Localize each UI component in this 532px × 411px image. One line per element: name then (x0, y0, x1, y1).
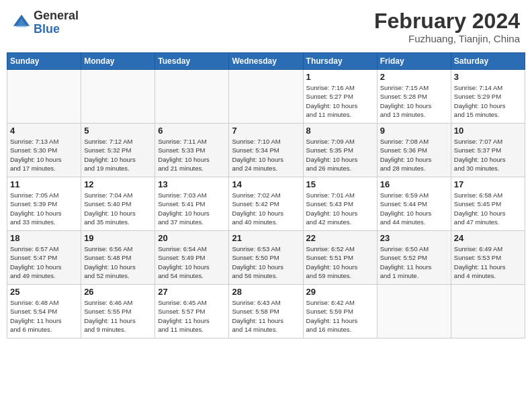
day-number: 21 (232, 233, 300, 243)
calendar-cell: 4Sunrise: 7:13 AM Sunset: 5:30 PM Daylig… (7, 124, 81, 177)
calendar-cell: 21Sunrise: 6:53 AM Sunset: 5:50 PM Dayli… (229, 231, 303, 285)
calendar-cell: 15Sunrise: 7:01 AM Sunset: 5:43 PM Dayli… (303, 177, 377, 231)
calendar-cell: 26Sunrise: 6:46 AM Sunset: 5:55 PM Dayli… (81, 285, 155, 338)
column-header-sunday: Sunday (7, 53, 81, 70)
calendar-table: SundayMondayTuesdayWednesdayThursdayFrid… (7, 52, 525, 338)
day-number: 8 (306, 126, 374, 136)
calendar-cell: 22Sunrise: 6:52 AM Sunset: 5:51 PM Dayli… (303, 231, 377, 285)
day-info: Sunrise: 7:01 AM Sunset: 5:43 PM Dayligh… (306, 191, 374, 226)
column-header-tuesday: Tuesday (155, 53, 229, 70)
calendar-cell: 11Sunrise: 7:05 AM Sunset: 5:39 PM Dayli… (7, 177, 81, 231)
calendar-cell: 24Sunrise: 6:49 AM Sunset: 5:53 PM Dayli… (451, 231, 525, 285)
day-info: Sunrise: 7:14 AM Sunset: 5:29 PM Dayligh… (454, 83, 522, 119)
day-number: 18 (10, 233, 78, 243)
calendar-cell: 9Sunrise: 7:08 AM Sunset: 5:36 PM Daylig… (377, 124, 451, 177)
calendar-cell: 17Sunrise: 6:58 AM Sunset: 5:45 PM Dayli… (451, 177, 525, 231)
calendar-cell: 10Sunrise: 7:07 AM Sunset: 5:37 PM Dayli… (451, 124, 525, 177)
day-number: 15 (306, 179, 374, 189)
day-info: Sunrise: 6:42 AM Sunset: 5:59 PM Dayligh… (306, 298, 374, 334)
day-info: Sunrise: 7:05 AM Sunset: 5:39 PM Dayligh… (10, 191, 78, 226)
day-info: Sunrise: 6:57 AM Sunset: 5:47 PM Dayligh… (10, 244, 78, 280)
day-info: Sunrise: 6:48 AM Sunset: 5:54 PM Dayligh… (10, 298, 78, 334)
calendar-cell: 7Sunrise: 7:10 AM Sunset: 5:34 PM Daylig… (229, 124, 303, 177)
column-header-saturday: Saturday (451, 53, 525, 70)
day-number: 19 (84, 233, 152, 243)
calendar-cell: 6Sunrise: 7:11 AM Sunset: 5:33 PM Daylig… (155, 124, 229, 177)
day-number: 1 (306, 72, 374, 82)
day-info: Sunrise: 6:56 AM Sunset: 5:48 PM Dayligh… (84, 244, 152, 280)
calendar-cell: 12Sunrise: 7:04 AM Sunset: 5:40 PM Dayli… (81, 177, 155, 231)
day-number: 2 (380, 72, 448, 82)
day-number: 13 (158, 179, 226, 189)
week-row-4: 18Sunrise: 6:57 AM Sunset: 5:47 PM Dayli… (7, 231, 525, 285)
day-number: 29 (306, 287, 374, 297)
week-row-2: 4Sunrise: 7:13 AM Sunset: 5:30 PM Daylig… (7, 124, 525, 177)
calendar-cell: 23Sunrise: 6:50 AM Sunset: 5:52 PM Dayli… (377, 231, 451, 285)
day-number: 11 (10, 179, 78, 189)
calendar-cell: 25Sunrise: 6:48 AM Sunset: 5:54 PM Dayli… (7, 285, 81, 338)
day-number: 20 (158, 233, 226, 243)
day-info: Sunrise: 6:58 AM Sunset: 5:45 PM Dayligh… (454, 191, 522, 226)
logo-general-text: General (34, 9, 79, 22)
logo-blue-text: Blue (34, 22, 60, 36)
column-header-monday: Monday (81, 53, 155, 70)
page-header: General Blue February 2024 Fuzhuang, Tia… (7, 7, 525, 47)
day-number: 22 (306, 233, 374, 243)
calendar-cell: 19Sunrise: 6:56 AM Sunset: 5:48 PM Dayli… (81, 231, 155, 285)
location: Fuzhuang, Tianjin, China (374, 33, 520, 44)
calendar-cell: 29Sunrise: 6:42 AM Sunset: 5:59 PM Dayli… (303, 285, 377, 338)
day-info: Sunrise: 6:54 AM Sunset: 5:49 PM Dayligh… (158, 244, 226, 280)
day-number: 17 (454, 179, 522, 189)
day-info: Sunrise: 7:07 AM Sunset: 5:37 PM Dayligh… (454, 137, 522, 173)
day-info: Sunrise: 7:03 AM Sunset: 5:41 PM Dayligh… (158, 191, 226, 226)
day-info: Sunrise: 7:11 AM Sunset: 5:33 PM Dayligh… (158, 137, 226, 173)
day-number: 23 (380, 233, 448, 243)
day-info: Sunrise: 6:43 AM Sunset: 5:58 PM Dayligh… (232, 298, 300, 334)
column-header-thursday: Thursday (303, 53, 377, 70)
day-info: Sunrise: 7:08 AM Sunset: 5:36 PM Dayligh… (380, 137, 448, 173)
calendar-cell (377, 285, 451, 338)
column-header-friday: Friday (377, 53, 451, 70)
day-number: 7 (232, 126, 300, 136)
calendar-cell: 20Sunrise: 6:54 AM Sunset: 5:49 PM Dayli… (155, 231, 229, 285)
day-info: Sunrise: 6:52 AM Sunset: 5:51 PM Dayligh… (306, 244, 374, 280)
day-info: Sunrise: 6:59 AM Sunset: 5:44 PM Dayligh… (380, 191, 448, 226)
day-number: 27 (158, 287, 226, 297)
calendar-cell: 14Sunrise: 7:02 AM Sunset: 5:42 PM Dayli… (229, 177, 303, 231)
day-number: 5 (84, 126, 152, 136)
day-number: 4 (10, 126, 78, 136)
calendar-cell: 8Sunrise: 7:09 AM Sunset: 5:35 PM Daylig… (303, 124, 377, 177)
calendar-cell: 3Sunrise: 7:14 AM Sunset: 5:29 PM Daylig… (451, 70, 525, 124)
calendar-cell (155, 70, 229, 124)
week-row-3: 11Sunrise: 7:05 AM Sunset: 5:39 PM Dayli… (7, 177, 525, 231)
calendar-cell (451, 285, 525, 338)
day-info: Sunrise: 7:15 AM Sunset: 5:28 PM Dayligh… (380, 83, 448, 119)
day-number: 10 (454, 126, 522, 136)
calendar-cell (7, 70, 81, 124)
day-info: Sunrise: 6:50 AM Sunset: 5:52 PM Dayligh… (380, 244, 448, 280)
calendar-cell: 27Sunrise: 6:45 AM Sunset: 5:57 PM Dayli… (155, 285, 229, 338)
logo-icon (12, 13, 31, 32)
day-number: 26 (84, 287, 152, 297)
day-info: Sunrise: 7:02 AM Sunset: 5:42 PM Dayligh… (232, 191, 300, 226)
day-info: Sunrise: 6:49 AM Sunset: 5:53 PM Dayligh… (454, 244, 522, 280)
day-number: 16 (380, 179, 448, 189)
calendar-cell: 5Sunrise: 7:12 AM Sunset: 5:32 PM Daylig… (81, 124, 155, 177)
day-info: Sunrise: 7:12 AM Sunset: 5:32 PM Dayligh… (84, 137, 152, 173)
day-number: 12 (84, 179, 152, 189)
day-number: 14 (232, 179, 300, 189)
calendar-cell (81, 70, 155, 124)
day-number: 3 (454, 72, 522, 82)
day-number: 28 (232, 287, 300, 297)
day-info: Sunrise: 7:10 AM Sunset: 5:34 PM Dayligh… (232, 137, 300, 173)
calendar-cell: 13Sunrise: 7:03 AM Sunset: 5:41 PM Dayli… (155, 177, 229, 231)
day-info: Sunrise: 6:45 AM Sunset: 5:57 PM Dayligh… (158, 298, 226, 334)
day-info: Sunrise: 7:09 AM Sunset: 5:35 PM Dayligh… (306, 137, 374, 173)
calendar-cell: 18Sunrise: 6:57 AM Sunset: 5:47 PM Dayli… (7, 231, 81, 285)
day-number: 24 (454, 233, 522, 243)
header-row: SundayMondayTuesdayWednesdayThursdayFrid… (7, 53, 525, 70)
week-row-5: 25Sunrise: 6:48 AM Sunset: 5:54 PM Dayli… (7, 285, 525, 338)
calendar-cell (229, 70, 303, 124)
column-header-wednesday: Wednesday (229, 53, 303, 70)
logo: General Blue (12, 9, 79, 36)
